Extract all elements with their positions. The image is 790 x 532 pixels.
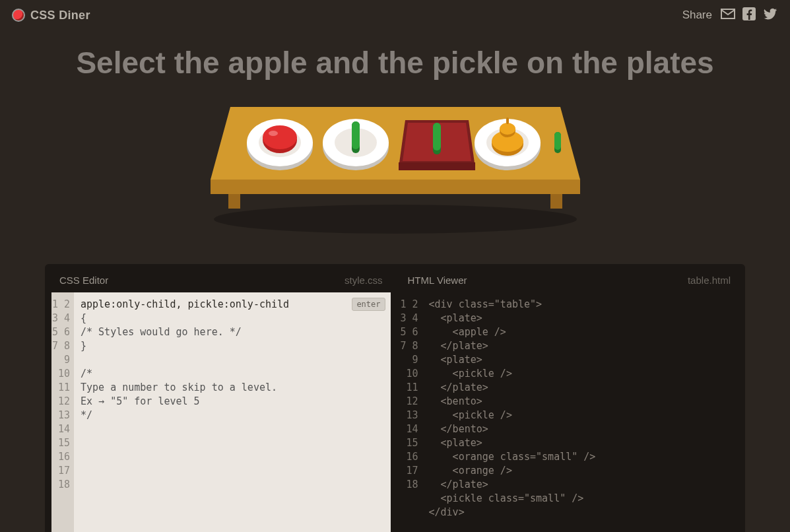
css-editor-title: CSS Editor xyxy=(59,275,108,286)
html-gutter: 1 2 3 4 5 6 7 8 9 10 11 12 13 14 15 16 1… xyxy=(400,292,422,532)
html-viewer-title: HTML Viewer xyxy=(408,275,467,286)
logo-icon xyxy=(12,9,25,22)
html-viewer-panel: HTML Viewer table.html 1 2 3 4 5 6 7 8 9… xyxy=(400,271,739,532)
html-code-area: <div class="table"> <plate> <apple /> </… xyxy=(422,292,739,532)
share-group: Share xyxy=(682,6,778,24)
pickle-icon[interactable] xyxy=(352,121,360,153)
svg-rect-16 xyxy=(352,121,360,149)
enter-button[interactable]: enter xyxy=(352,298,385,311)
pickle-icon[interactable] xyxy=(433,123,441,154)
css-code-area[interactable]: apple:only-child, pickle:only-child { /*… xyxy=(74,292,391,532)
brand-group[interactable]: CSS Diner xyxy=(12,9,90,22)
css-editor-filename: style.css xyxy=(345,275,383,286)
svg-rect-19 xyxy=(399,162,475,170)
bento-1[interactable] xyxy=(399,120,475,170)
share-label: Share xyxy=(682,9,712,22)
plate-2[interactable] xyxy=(323,119,389,170)
svg-point-11 xyxy=(269,131,278,136)
svg-rect-2 xyxy=(211,180,580,194)
plate-1[interactable] xyxy=(247,119,313,170)
css-editor-panel: CSS Editor style.css 1 2 3 4 5 6 7 8 9 1… xyxy=(51,271,391,532)
svg-point-5 xyxy=(214,205,577,234)
css-gutter: 1 2 3 4 5 6 7 8 9 10 11 12 13 14 15 16 1… xyxy=(51,292,74,532)
email-icon[interactable] xyxy=(720,6,736,24)
svg-rect-21 xyxy=(433,123,441,150)
facebook-icon[interactable] xyxy=(741,6,757,24)
brand-title: CSS Diner xyxy=(30,9,90,22)
pickle-small-icon[interactable] xyxy=(554,132,561,153)
svg-rect-3 xyxy=(228,194,240,209)
svg-point-10 xyxy=(263,125,297,149)
apple-icon[interactable] xyxy=(263,125,297,153)
svg-rect-31 xyxy=(554,132,561,150)
editor-container: CSS Editor style.css 1 2 3 4 5 6 7 8 9 1… xyxy=(45,264,745,532)
svg-point-28 xyxy=(500,123,515,135)
html-viewer-filename: table.html xyxy=(688,275,731,286)
svg-rect-29 xyxy=(506,117,509,124)
twitter-icon[interactable] xyxy=(762,6,778,24)
svg-rect-4 xyxy=(550,194,562,209)
game-table xyxy=(0,107,790,239)
task-title: Select the apple and the pickle on the p… xyxy=(0,45,790,81)
